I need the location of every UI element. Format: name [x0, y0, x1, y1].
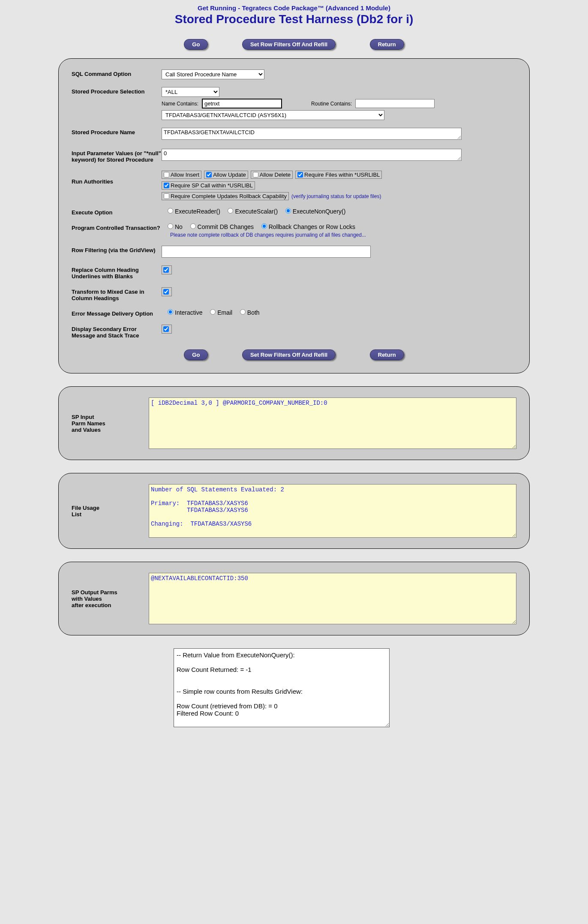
input-param-values-input[interactable]: 0 [162, 149, 462, 161]
replace-underline-label: Replace Column Heading Underlines with B… [72, 265, 162, 280]
replace-underline-box[interactable] [162, 265, 172, 274]
mixed-case-box[interactable] [162, 287, 172, 296]
exec-reader-radio[interactable] [168, 208, 173, 214]
trans-no-label: No [175, 223, 183, 230]
file-usage-panel: File Usage List Number of SQL Statements… [58, 473, 530, 549]
allow-insert-box[interactable]: Allow Insert [162, 171, 201, 179]
allow-update-box[interactable]: Allow Update [204, 171, 248, 179]
sp-input-parm-label: SP Input Parm Names and Values [72, 414, 149, 433]
require-rollback-checkbox[interactable] [164, 193, 169, 199]
sp-input-parm-panel: SP Input Parm Names and Values [ iDB2Dec… [58, 386, 530, 460]
display-secondary-box[interactable] [162, 325, 172, 334]
trans-commit-label: Commit DB Changes [198, 223, 254, 230]
row-filtering-input[interactable] [162, 246, 371, 258]
return-button-bottom[interactable]: Return [370, 349, 404, 360]
input-param-values-label: Input Parameter Values (or "*null" keywo… [72, 149, 162, 163]
err-interactive-label: Interactive [175, 309, 203, 316]
set-row-filters-button-bottom[interactable]: Set Row Filters Off And Refill [242, 349, 336, 360]
file-usage-label: File Usage List [72, 505, 149, 518]
allow-insert-checkbox[interactable] [164, 172, 169, 178]
mixed-case-label: Transform to Mixed Case in Column Headin… [72, 287, 162, 301]
final-results-textarea[interactable]: -- Return Value from ExecuteNonQuery(): … [174, 648, 390, 727]
display-secondary-label: Display Secondary Error Message and Stac… [72, 325, 162, 339]
set-row-filters-button[interactable]: Set Row Filters Off And Refill [242, 39, 336, 50]
exec-scalar-radio[interactable] [228, 208, 233, 214]
exec-nonquery-radio[interactable] [285, 208, 291, 214]
stored-procedure-name-label: Stored Procedure Name [72, 128, 162, 135]
mixed-case-checkbox[interactable] [163, 289, 169, 295]
require-files-checkbox[interactable] [297, 172, 303, 178]
main-form-panel: SQL Command Option Call Stored Procedure… [58, 58, 530, 373]
sp-selection-scope-select[interactable]: *ALL [162, 87, 219, 97]
return-button[interactable]: Return [370, 39, 404, 50]
trans-no-radio[interactable] [168, 223, 173, 229]
routine-contains-input[interactable] [355, 99, 435, 108]
name-contains-label: Name Contains: [162, 101, 198, 107]
sp-output-parm-panel: SP Output Parms with Values after execut… [58, 562, 530, 635]
name-contains-input[interactable] [202, 99, 282, 108]
sp-output-parm-textarea[interactable]: @NEXTAVAILABLECONTACTID:350 [149, 573, 516, 624]
allow-delete-checkbox[interactable] [253, 172, 258, 178]
sql-command-option-label: SQL Command Option [72, 69, 162, 77]
error-delivery-label: Error Message Delivery Option [72, 309, 162, 317]
transaction-label: Program Controlled Transaction? [72, 223, 162, 231]
trans-rollback-radio[interactable] [261, 223, 267, 229]
display-secondary-checkbox[interactable] [163, 326, 169, 332]
trans-note-text: Please note complete rollback of DB chan… [170, 232, 516, 238]
page-subtitle: Get Running - Tegratecs Code Package™ (A… [0, 4, 588, 12]
execute-option-label: Execute Option [72, 208, 162, 216]
allow-delete-box[interactable]: Allow Delete [251, 171, 293, 179]
stored-procedure-selection-label: Stored Procedure Selection [72, 87, 162, 95]
trans-rollback-label: Rollback Changes or Row Locks [269, 223, 355, 230]
require-rollback-box[interactable]: Require Complete Updates Rollback Capabi… [162, 192, 289, 200]
journal-note-text: (verify journaling status for update fil… [291, 193, 381, 199]
exec-reader-label: ExecuteReader() [175, 208, 220, 215]
go-button[interactable]: Go [184, 39, 208, 50]
bottom-button-row: Go Set Row Filters Off And Refill Return [72, 349, 516, 360]
exec-nonquery-label: ExecuteNonQuery() [293, 208, 346, 215]
go-button-bottom[interactable]: Go [184, 349, 208, 360]
sp-output-parm-label: SP Output Parms with Values after execut… [72, 589, 149, 608]
row-filtering-label: Row Filtering (via the GridView) [72, 246, 162, 253]
err-email-label: Email [217, 309, 232, 316]
top-button-row: Go Set Row Filters Off And Refill Return [0, 39, 588, 50]
err-both-radio[interactable] [240, 309, 246, 315]
err-email-radio[interactable] [210, 309, 216, 315]
err-both-label: Both [247, 309, 260, 316]
require-files-box[interactable]: Require Files within *USRLIBL [295, 171, 382, 179]
allow-update-checkbox[interactable] [206, 172, 212, 178]
routine-contains-label: Routine Contains: [311, 101, 352, 107]
replace-underline-checkbox[interactable] [163, 267, 169, 273]
run-authorities-label: Run Authorities [72, 171, 162, 185]
stored-procedure-name-input[interactable]: TFDATABAS3/GETNXTAVAILCTCID [162, 128, 462, 140]
sp-input-parm-textarea[interactable]: [ iDB2Decimal 3,0 ] @PARMORIG_COMPANY_NU… [149, 397, 516, 449]
sql-command-option-select[interactable]: Call Stored Procedure Name [162, 69, 264, 79]
require-sp-checkbox[interactable] [164, 183, 169, 188]
sp-selection-procedure-select[interactable]: TFDATABAS3/GETNXTAVAILCTCID (ASYS6X1) [162, 110, 384, 120]
trans-commit-radio[interactable] [190, 223, 196, 229]
file-usage-textarea[interactable]: Number of SQL Statements Evaluated: 2 Pr… [149, 484, 516, 538]
page-title: Stored Procedure Test Harness (Db2 for i… [0, 12, 588, 26]
exec-scalar-label: ExecuteScalar() [235, 208, 278, 215]
err-interactive-radio[interactable] [168, 309, 173, 315]
require-sp-box[interactable]: Require SP Call within *USRLIBL [162, 181, 255, 190]
